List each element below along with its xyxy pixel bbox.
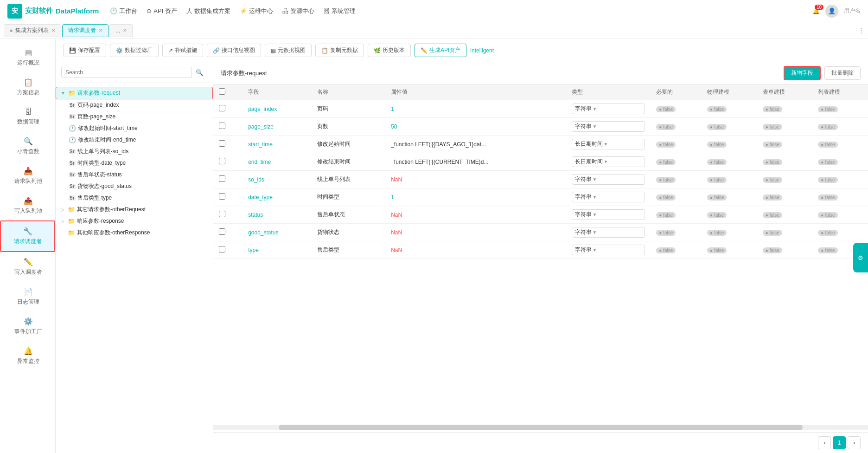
physical-build-toggle-6[interactable]: ● false xyxy=(707,212,727,218)
tree-toggle-request-params[interactable]: ▼ xyxy=(60,90,66,97)
required-toggle-5[interactable]: ● false xyxy=(656,194,676,201)
attr-value-6[interactable]: NaN xyxy=(391,212,402,218)
row-checkbox-3[interactable] xyxy=(219,158,225,164)
row-checkbox-8[interactable] xyxy=(219,246,225,252)
list-build-toggle-7[interactable]: ● false xyxy=(818,230,837,236)
attr-value-5[interactable]: 1 xyxy=(391,194,394,201)
form-build-toggle-5[interactable]: ● false xyxy=(763,194,782,201)
form-build-toggle-4[interactable]: ● false xyxy=(763,177,782,183)
form-build-toggle-7[interactable]: ● false xyxy=(763,230,782,236)
attr-value-2[interactable]: _function LEFT('{{DAYS_AGO_1}dat... xyxy=(391,141,486,148)
required-toggle-3[interactable]: ● false xyxy=(656,159,676,165)
required-toggle-8[interactable]: ● false xyxy=(656,247,676,253)
row-checkbox-5[interactable] xyxy=(219,193,225,200)
row-checkbox-4[interactable] xyxy=(219,175,225,182)
list-build-toggle-0[interactable]: ● false xyxy=(818,106,837,112)
gen-api-button[interactable]: ✏️ 生成API资产 xyxy=(415,44,466,57)
tree-node-other-response-row[interactable]: 📁 其他响应参数-otherResponse xyxy=(56,227,213,239)
attr-value-4[interactable]: NaN xyxy=(391,176,402,183)
attr-value-1[interactable]: 50 xyxy=(391,123,397,130)
form-build-toggle-2[interactable]: ● false xyxy=(763,142,782,148)
list-build-toggle-3[interactable]: ● false xyxy=(818,159,837,165)
nav-workbench[interactable]: 🕐工作台 xyxy=(110,7,137,15)
nav-api[interactable]: ⊙API 资产 xyxy=(147,7,177,15)
logo[interactable]: 安 安财软件 DataPlatform xyxy=(7,4,99,19)
type-select-3[interactable]: 长日期时间 ▼ xyxy=(572,156,645,167)
list-build-toggle-5[interactable]: ● false xyxy=(818,194,837,201)
tree-node-status[interactable]: Sr 售后单状态-status xyxy=(65,169,213,181)
interface-view-button[interactable]: 🔗 接口信息视图 xyxy=(207,44,261,57)
list-build-toggle-6[interactable]: ● false xyxy=(818,212,837,218)
list-build-toggle-2[interactable]: ● false xyxy=(818,142,837,148)
form-build-toggle-3[interactable]: ● false xyxy=(763,159,782,165)
batch-delete-button[interactable]: 批量删除 xyxy=(824,66,861,80)
nav-system[interactable]: 器系统管理 xyxy=(324,7,356,15)
nav-resource[interactable]: 品资源中心 xyxy=(282,7,314,15)
type-select-7[interactable]: 字符串 ▼ xyxy=(572,227,645,238)
sidebar-item-event[interactable]: ⚙️ 事件加工厂 xyxy=(0,311,55,341)
sidebar-item-log[interactable]: 📄 日志管理 xyxy=(0,282,55,311)
tree-toggle-response[interactable]: ▷ xyxy=(59,218,66,225)
physical-build-toggle-2[interactable]: ● false xyxy=(707,142,727,148)
required-toggle-6[interactable]: ● false xyxy=(656,212,676,218)
row-checkbox-7[interactable] xyxy=(219,228,225,235)
sidebar-item-plan[interactable]: 📋 方案信息 xyxy=(0,72,55,102)
tree-node-date-type[interactable]: Sr 时间类型-date_type xyxy=(65,157,213,169)
meta-view-button[interactable]: ▦ 元数据视图 xyxy=(265,44,312,57)
tree-node-type[interactable]: Sr 售后类型-type xyxy=(65,192,213,204)
notification-bell[interactable]: 🔔 10 xyxy=(812,7,820,14)
attr-value-7[interactable]: NaN xyxy=(391,229,402,236)
sidebar-item-overview[interactable]: ▤ 运行概况 xyxy=(0,43,55,72)
physical-build-toggle-4[interactable]: ● false xyxy=(707,177,727,183)
sidebar-item-write-scheduler[interactable]: ✏️ 写入调度者 xyxy=(0,252,55,282)
tab-request-scheduler[interactable]: 请求调度者 ✕ xyxy=(62,24,108,37)
tree-node-good-status[interactable]: Sr 货物状态-good_status xyxy=(65,181,213,192)
search-input[interactable] xyxy=(61,67,192,78)
tab-close-active-icon[interactable]: ✕ xyxy=(99,28,102,33)
type-select-6[interactable]: 字符串 ▼ xyxy=(572,209,645,220)
data-filter-button[interactable]: ⚙️ 数据过滤厂 xyxy=(110,44,159,57)
required-toggle-2[interactable]: ● false xyxy=(656,142,676,148)
physical-build-toggle-8[interactable]: ● false xyxy=(707,247,727,253)
physical-build-toggle-1[interactable]: ● false xyxy=(707,124,727,130)
sidebar-item-request-scheduler[interactable]: 🔧 请求调度者 xyxy=(0,220,55,252)
save-config-button[interactable]: 💾 保存配置 xyxy=(63,44,106,57)
required-toggle-0[interactable]: ● false xyxy=(656,106,676,112)
type-select-8[interactable]: 字符串 ▼ xyxy=(572,245,645,255)
type-select-4[interactable]: 字符串 ▼ xyxy=(572,174,645,185)
tab-close-other-icon[interactable]: ✕ xyxy=(123,28,127,33)
next-page-button[interactable]: › xyxy=(848,436,861,449)
tree-node-page-index[interactable]: Sr 页码-page_index xyxy=(65,99,213,111)
sidebar-item-data-mgmt[interactable]: 🗄 数据管理 xyxy=(0,102,55,131)
list-build-toggle-8[interactable]: ● false xyxy=(818,247,837,253)
add-field-button[interactable]: 新增字段 xyxy=(784,66,821,80)
physical-build-toggle-5[interactable]: ● false xyxy=(707,194,727,201)
list-build-toggle-4[interactable]: ● false xyxy=(818,177,837,183)
select-all-checkbox[interactable] xyxy=(219,88,225,95)
type-select-5[interactable]: 字符串 ▼ xyxy=(572,192,645,202)
page-1-button[interactable]: 1 xyxy=(833,436,846,449)
tree-node-end-time[interactable]: 🕐 修改结束时间-end_time xyxy=(65,134,213,146)
attr-value-3[interactable]: _function LEFT('{{CURRENT_TIME}d... xyxy=(391,159,488,165)
physical-build-toggle-3[interactable]: ● false xyxy=(707,159,727,165)
required-toggle-7[interactable]: ● false xyxy=(656,230,676,236)
physical-build-toggle-0[interactable]: ● false xyxy=(707,106,727,112)
tree-node-page-size[interactable]: Sr 页数-page_size xyxy=(65,111,213,123)
row-checkbox-2[interactable] xyxy=(219,140,225,147)
required-toggle-4[interactable]: ● false xyxy=(656,177,676,183)
remedy-button[interactable]: ↗ 补赋措施 xyxy=(162,44,203,57)
form-build-toggle-1[interactable]: ● false xyxy=(763,124,782,130)
nav-integration[interactable]: 人数据集成方案 xyxy=(186,7,230,15)
physical-build-toggle-7[interactable]: ● false xyxy=(707,230,727,236)
user-avatar[interactable]: 👤 xyxy=(825,5,838,18)
type-select-2[interactable]: 长日期时间 ▼ xyxy=(572,139,645,149)
horizontal-scrollbar[interactable] xyxy=(213,425,868,430)
row-checkbox-1[interactable] xyxy=(219,123,225,129)
type-select-0[interactable]: 字符串 ▼ xyxy=(572,104,645,114)
tree-node-start-time[interactable]: 🕐 修改起始时间-start_time xyxy=(65,123,213,134)
attr-value-0[interactable]: 1 xyxy=(391,106,394,112)
history-button[interactable]: 🌿 历史版本 xyxy=(368,44,411,57)
tab-more-icon[interactable]: ⋮ xyxy=(858,27,864,34)
settings-float-button[interactable]: ⚙ xyxy=(853,243,868,272)
sidebar-item-write-queue[interactable]: 📤 写入队列池 xyxy=(0,191,55,220)
